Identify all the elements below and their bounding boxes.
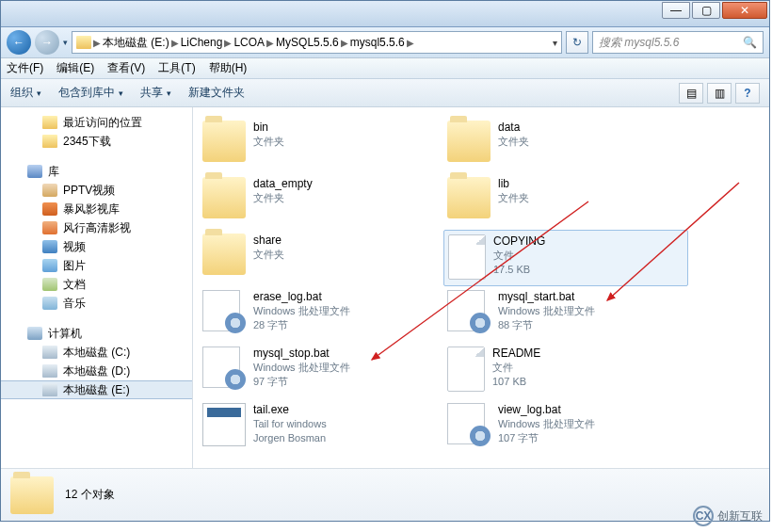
watermark: CX 创新互联 <box>693 506 763 526</box>
sidebar-drive-e[interactable]: 本地磁盘 (E:) <box>1 380 192 399</box>
file-icon <box>448 234 486 280</box>
file-item[interactable]: erase_log.batWindows 批处理文件28 字节 <box>199 286 443 343</box>
file-item[interactable]: view_log.batWindows 批处理文件107 字节 <box>443 399 688 456</box>
folder-icon <box>202 121 246 162</box>
folder-icon <box>447 121 491 162</box>
bat-icon <box>447 403 491 446</box>
sidebar-lib-videos[interactable]: 视频 <box>1 237 192 256</box>
library-icon <box>27 165 42 178</box>
toolbar: 组织▾ 包含到库中▾ 共享▾ 新建文件夹 ▤ ▥ ? <box>1 79 769 107</box>
crumb-2[interactable]: LCOA <box>233 36 265 49</box>
menu-tools[interactable]: 工具(T) <box>158 60 195 76</box>
organize-button[interactable]: 组织▾ <box>10 85 41 101</box>
sidebar-lib-documents[interactable]: 文档 <box>1 275 192 294</box>
share-button[interactable]: 共享▾ <box>140 85 171 101</box>
folder-icon <box>76 36 91 49</box>
watermark-text: 创新互联 <box>717 508 763 524</box>
file-item[interactable]: COPYING文件17.5 KB <box>443 230 688 286</box>
include-in-library-button[interactable]: 包含到库中▾ <box>58 85 123 101</box>
file-item[interactable]: bin文件夹 <box>199 117 443 173</box>
sidebar-drive-c[interactable]: 本地磁盘 (C:) <box>1 343 192 362</box>
file-item[interactable]: tail.exeTail for windowsJorgen Bosman <box>199 399 443 456</box>
maximize-button[interactable]: ▢ <box>692 2 720 19</box>
file-item[interactable]: data_empty文件夹 <box>199 173 443 230</box>
folder-icon <box>447 177 491 218</box>
crumb-4[interactable]: mysql5.5.6 <box>350 36 405 49</box>
body: 最近访问的位置 2345下载 库 PPTV视频 暴风影视库 风行高清影视 视频 … <box>1 107 769 468</box>
drive-icon <box>42 346 57 359</box>
titlebar: — ▢ ✕ <box>1 1 769 27</box>
crumb-3[interactable]: MySQL5.5.6 <box>276 36 339 49</box>
file-item[interactable]: README文件107 KB <box>443 343 688 399</box>
nav-row: ← → ▾ ▶ 本地磁盘 (E:) ▶ LiCheng ▶ LCOA ▶ MyS… <box>1 27 769 58</box>
bat-icon <box>202 347 246 390</box>
forward-button[interactable]: → <box>35 30 59 55</box>
watermark-logo: CX <box>693 506 714 526</box>
crumb-1[interactable]: LiCheng <box>181 36 223 49</box>
exe-icon <box>202 403 246 446</box>
menu-help[interactable]: 帮助(H) <box>209 60 248 76</box>
folder-icon <box>202 234 246 275</box>
sidebar-item-2345[interactable]: 2345下载 <box>1 132 192 151</box>
computer-icon <box>27 327 42 340</box>
close-button[interactable]: ✕ <box>722 2 767 19</box>
explorer-window: — ▢ ✕ ← → ▾ ▶ 本地磁盘 (E:) ▶ LiCheng ▶ LCOA… <box>0 0 770 522</box>
new-folder-button[interactable]: 新建文件夹 <box>188 85 245 101</box>
folder-icon <box>202 177 246 218</box>
search-icon: 🔍 <box>743 36 757 49</box>
file-item[interactable]: share文件夹 <box>199 230 443 286</box>
menu-file[interactable]: 文件(F) <box>7 60 43 76</box>
file-item[interactable]: lib文件夹 <box>443 173 688 230</box>
file-item[interactable]: mysql_start.batWindows 批处理文件88 字节 <box>443 286 688 343</box>
view-mode-button[interactable]: ▤ <box>679 83 703 104</box>
drive-icon <box>42 383 57 396</box>
sidebar-lib-fengxing[interactable]: 风行高清影视 <box>1 218 192 237</box>
details-bar: 12 个对象 <box>1 468 769 521</box>
file-item[interactable]: data文件夹 <box>443 117 688 173</box>
sidebar-computer[interactable]: 计算机 <box>1 324 192 343</box>
sidebar-lib-pictures[interactable]: 图片 <box>1 256 192 275</box>
bat-icon <box>202 290 246 333</box>
back-button[interactable]: ← <box>7 30 31 55</box>
item-count: 12 个对象 <box>65 487 115 503</box>
help-button[interactable]: ? <box>735 83 760 104</box>
recent-dropdown-icon[interactable]: ▾ <box>63 38 68 47</box>
minimize-button[interactable]: — <box>662 2 690 19</box>
search-input[interactable]: 搜索 mysql5.5.6 🔍 <box>592 31 764 54</box>
folder-icon <box>42 135 57 148</box>
folder-icon <box>10 476 54 514</box>
menu-bar: 文件(F) 编辑(E) 查看(V) 工具(T) 帮助(H) <box>1 58 769 79</box>
crumb-0[interactable]: 本地磁盘 (E:) <box>103 35 169 51</box>
refresh-button[interactable]: ↻ <box>566 31 588 54</box>
sidebar-item-recent[interactable]: 最近访问的位置 <box>1 113 192 132</box>
sidebar-lib-pptv[interactable]: PPTV视频 <box>1 181 192 200</box>
breadcrumb-sep: ▶ <box>93 38 101 48</box>
menu-edit[interactable]: 编辑(E) <box>56 60 94 76</box>
menu-view[interactable]: 查看(V) <box>107 60 145 76</box>
address-dropdown-icon[interactable]: ▾ <box>553 38 557 48</box>
search-placeholder: 搜索 mysql5.5.6 <box>599 35 679 51</box>
sidebar-lib-baofeng[interactable]: 暴风影视库 <box>1 200 192 218</box>
file-item[interactable]: mysql_stop.batWindows 批处理文件97 字节 <box>199 343 443 399</box>
sidebar-libraries[interactable]: 库 <box>1 162 192 181</box>
sidebar-drive-d[interactable]: 本地磁盘 (D:) <box>1 362 192 380</box>
drive-icon <box>42 364 57 378</box>
address-bar[interactable]: ▶ 本地磁盘 (E:) ▶ LiCheng ▶ LCOA ▶ MySQL5.5.… <box>72 31 562 54</box>
file-icon <box>447 347 485 392</box>
preview-pane-button[interactable]: ▥ <box>707 83 732 104</box>
sidebar-lib-music[interactable]: 音乐 <box>1 294 192 313</box>
file-pane: bin文件夹 data文件夹 data_empty文件夹 lib文件夹 shar… <box>193 107 769 468</box>
location-icon <box>42 116 57 129</box>
nav-pane: 最近访问的位置 2345下载 库 PPTV视频 暴风影视库 风行高清影视 视频 … <box>1 107 193 468</box>
bat-icon <box>447 290 491 333</box>
